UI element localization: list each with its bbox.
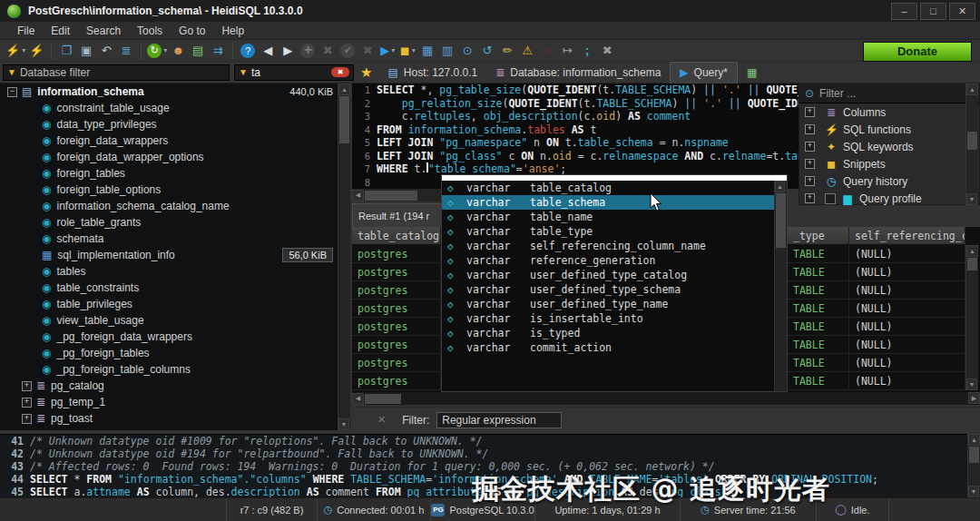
menu-item-tools[interactable]: Tools: [129, 25, 171, 37]
autocomplete-item[interactable]: ◇varcharuser_defined_type_schema: [442, 282, 787, 297]
semicolon-icon[interactable]: ;: [578, 42, 596, 60]
menu-item-go-to[interactable]: Go to: [171, 25, 213, 37]
result-tab[interactable]: Result #1 (194 r: [352, 203, 442, 227]
scroll-left-icon[interactable]: ◀: [352, 393, 364, 405]
tree-node-view[interactable]: ◉_pg_foreign_data_wrappers: [0, 329, 349, 345]
cell-value[interactable]: postgres: [352, 263, 441, 281]
autocomplete-item[interactable]: ◇varcharis_typed: [442, 326, 787, 340]
scroll-down-icon[interactable]: ▼: [966, 193, 977, 205]
scroll-up-icon[interactable]: ▲: [775, 181, 785, 192]
create-database-icon[interactable]: ▤: [189, 42, 207, 60]
execute-sql-icon[interactable]: ▶▾: [378, 42, 397, 60]
cell-value[interactable]: TABLE: [788, 318, 849, 336]
autocomplete-item[interactable]: ◇varchartable_name: [442, 210, 787, 224]
dropdown-arrow-icon[interactable]: ▾: [391, 46, 395, 54]
scroll-down-icon[interactable]: ▼: [968, 486, 979, 497]
cell-value[interactable]: (NULL): [849, 336, 965, 354]
minimize-button[interactable]: –: [891, 3, 917, 20]
reformat-icon[interactable]: ✏: [498, 42, 516, 60]
table-row[interactable]: TABLE(NULL): [788, 245, 980, 263]
tree-scrollbar[interactable]: ▲ ▼: [338, 84, 350, 430]
autocomplete-item[interactable]: ◇varcharuser_defined_type_catalog: [442, 268, 787, 282]
cell-value[interactable]: (NULL): [849, 300, 965, 318]
autocomplete-item[interactable]: ◇varcharis_insertable_into: [442, 311, 787, 326]
library-item-sql-functions[interactable]: +⚡SQL functions: [799, 121, 979, 138]
close-icon[interactable]: ✖: [598, 42, 616, 60]
database-filter-input[interactable]: ▼ Database filter: [3, 64, 230, 81]
sql-editor[interactable]: 1SELECT *, pg_table_size(QUOTE_IDENT(t.T…: [352, 84, 799, 189]
tab-query[interactable]: ▶ Query*: [670, 62, 738, 84]
replace-icon[interactable]: ↺: [478, 42, 496, 60]
tree-node-schema[interactable]: +≣pg_toast: [0, 410, 349, 427]
result-filter-input[interactable]: Regular expression: [436, 412, 562, 428]
tree-node-view[interactable]: ◉foreign_data_wrapper_options: [0, 149, 349, 165]
table-filter-input[interactable]: ▼ ta ✖: [234, 64, 354, 81]
tree-node-view[interactable]: ◉tables: [0, 263, 349, 280]
table-row[interactable]: TABLE(NULL): [788, 300, 980, 318]
save-icon[interactable]: ▦: [418, 42, 436, 60]
user-manager-icon[interactable]: ☻: [169, 42, 187, 60]
library-item-sql-keywords[interactable]: +✦SQL keywords: [799, 138, 979, 155]
table-row[interactable]: postgres: [352, 336, 441, 354]
grid-scrollbar[interactable]: ▲ ▼: [965, 245, 978, 390]
clear-filter-icon[interactable]: ✖: [331, 67, 349, 77]
dropdown-scrollbar[interactable]: ▲: [774, 181, 787, 391]
connect-icon[interactable]: ⚡▾: [5, 42, 25, 60]
editor-line[interactable]: 2 pg_relation_size(QUOTE_IDENT(t.TABLE_S…: [352, 97, 799, 111]
cell-value[interactable]: postgres: [352, 245, 441, 263]
scroll-up-icon[interactable]: ▲: [338, 84, 350, 95]
tree-node-view[interactable]: ◉information_schema_catalog_name: [0, 198, 349, 214]
tree-node-schema[interactable]: +≣pg_catalog: [0, 378, 349, 394]
tree-node-view[interactable]: ◉role_table_grants: [0, 214, 349, 231]
expand-icon[interactable]: +: [805, 176, 815, 186]
tree-node-view[interactable]: ◉_pg_foreign_table_columns: [0, 361, 349, 378]
tab-host[interactable]: ▤ Host: 127.0.0.1: [378, 62, 486, 84]
tree-node-view[interactable]: ◉constraint_table_usage: [0, 100, 349, 116]
expand-icon[interactable]: +: [22, 414, 32, 424]
table-row[interactable]: TABLE(NULL): [788, 336, 980, 354]
cell-value[interactable]: (NULL): [849, 354, 965, 372]
dropdown-arrow-icon[interactable]: ▾: [22, 46, 25, 54]
column-header[interactable]: table_catalog: [352, 227, 441, 245]
cell-value[interactable]: (NULL): [849, 263, 965, 281]
help-icon[interactable]: ?: [239, 42, 257, 60]
expand-icon[interactable]: +: [805, 124, 815, 134]
cell-value[interactable]: (NULL): [849, 372, 965, 390]
tree-node-view[interactable]: ◉_pg_foreign_tables: [0, 345, 349, 361]
tree-node-schema[interactable]: +≣pg_temp_1: [0, 394, 349, 410]
indent-icon[interactable]: ↦: [558, 42, 576, 60]
menu-item-edit[interactable]: Edit: [43, 25, 78, 37]
menu-item-search[interactable]: Search: [78, 25, 129, 37]
cell-value[interactable]: postgres: [352, 300, 441, 318]
library-scrollbar[interactable]: ▲ ▼: [965, 84, 978, 205]
autocomplete-item[interactable]: ◇varchartable_schema: [442, 195, 787, 210]
library-filter-input[interactable]: ⊙ Filter ...: [799, 84, 979, 103]
cell-value[interactable]: (NULL): [849, 245, 965, 263]
cell-value[interactable]: TABLE: [788, 263, 849, 281]
cell-value[interactable]: TABLE: [788, 300, 849, 318]
tree-node-view[interactable]: ◉schemata: [0, 231, 349, 247]
session-manager-icon[interactable]: ≣: [117, 42, 135, 60]
tree-node-view[interactable]: ◉foreign_table_options: [0, 182, 349, 198]
table-row[interactable]: TABLE(NULL): [788, 354, 980, 372]
timestamp-icon[interactable]: ⇉: [209, 42, 227, 60]
cell-value[interactable]: postgres: [352, 281, 441, 300]
scroll-down-icon[interactable]: ▼: [966, 378, 977, 390]
cell-value[interactable]: TABLE: [788, 336, 849, 354]
dropdown-arrow-icon[interactable]: ▾: [163, 46, 167, 54]
expand-icon[interactable]: +: [805, 107, 815, 117]
scroll-up-icon[interactable]: ▲: [966, 245, 978, 257]
donate-button[interactable]: Donate: [863, 42, 972, 62]
editor-line[interactable]: 3 c.reltuples, obj_description(c.oid) AS…: [352, 110, 799, 123]
scroll-up-icon[interactable]: ▲: [966, 84, 978, 95]
editor-line[interactable]: 1SELECT *, pg_table_size(QUOTE_IDENT(t.T…: [352, 84, 799, 97]
editor-hscrollbar[interactable]: ◀: [352, 189, 441, 202]
copy-icon[interactable]: ❐: [57, 42, 75, 60]
cell-value[interactable]: postgres: [352, 354, 441, 372]
grid-hscrollbar-right[interactable]: ▶: [949, 392, 980, 405]
autocomplete-item[interactable]: ◇varcharcommit_action: [442, 340, 787, 355]
editor-line[interactable]: 5LEFT JOIN "pg_namespace" n ON t.table_s…: [352, 136, 799, 150]
collapse-icon[interactable]: −: [7, 87, 17, 97]
find-icon[interactable]: ⊙: [458, 42, 476, 60]
expand-icon[interactable]: +: [805, 193, 815, 203]
